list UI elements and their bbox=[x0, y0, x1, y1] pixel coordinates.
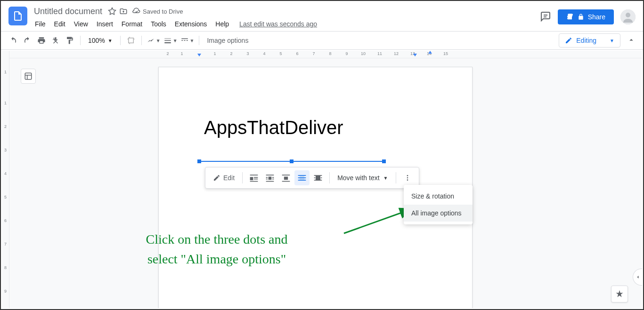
document-heading[interactable]: AppsThatDeliver bbox=[204, 117, 343, 138]
wrap-text-button[interactable] bbox=[262, 170, 277, 185]
save-status-text: Saved to Drive bbox=[143, 8, 183, 15]
menu-extensions[interactable]: Extensions bbox=[171, 18, 211, 30]
border-weight-dropdown[interactable]: ▼ bbox=[163, 36, 179, 45]
svg-rect-1 bbox=[16, 17, 20, 18]
menu-view[interactable]: View bbox=[70, 18, 92, 30]
svg-rect-12 bbox=[181, 39, 188, 40]
image-options-button[interactable]: Image options bbox=[203, 35, 252, 46]
svg-point-45 bbox=[407, 179, 408, 181]
move-folder-icon[interactable] bbox=[119, 7, 128, 16]
svg-rect-8 bbox=[128, 38, 133, 43]
svg-rect-42 bbox=[316, 176, 320, 181]
svg-rect-28 bbox=[266, 179, 268, 180]
resize-handle-right[interactable] bbox=[382, 159, 386, 163]
wrap-inline-button[interactable] bbox=[246, 170, 261, 185]
border-color-dropdown[interactable]: ▼ bbox=[146, 36, 162, 45]
menu-help[interactable]: Help bbox=[212, 18, 233, 30]
svg-rect-40 bbox=[321, 177, 322, 178]
svg-rect-10 bbox=[164, 40, 171, 41]
svg-rect-37 bbox=[298, 180, 306, 181]
svg-rect-32 bbox=[284, 177, 288, 180]
collapse-toolbar-button[interactable] bbox=[625, 34, 637, 48]
share-button[interactable]: Share bbox=[558, 9, 614, 24]
comments-icon[interactable] bbox=[540, 11, 551, 24]
svg-rect-29 bbox=[272, 179, 274, 180]
spellcheck-button[interactable]: A bbox=[49, 34, 62, 47]
svg-rect-24 bbox=[266, 175, 274, 175]
more-options-menu: Size & rotation All image options bbox=[404, 185, 473, 224]
svg-rect-38 bbox=[314, 175, 322, 176]
svg-rect-35 bbox=[298, 175, 306, 176]
border-style-dropdown[interactable]: ▼ bbox=[179, 36, 196, 45]
behind-text-button[interactable] bbox=[294, 170, 310, 185]
side-panel-toggle[interactable] bbox=[633, 269, 642, 286]
svg-rect-22 bbox=[254, 179, 258, 180]
resize-handle-left[interactable] bbox=[197, 159, 201, 163]
editing-mode-dropdown[interactable]: Editing ▼ bbox=[559, 33, 620, 48]
move-with-text-dropdown[interactable]: Move with text ▼ bbox=[334, 172, 391, 183]
resize-handle-mid[interactable] bbox=[290, 159, 293, 163]
svg-rect-15 bbox=[186, 40, 187, 41]
horizontal-ruler: 2 1 1 2 3 4 5 6 7 8 9 10 11 12 13 14 15 bbox=[9, 51, 642, 58]
vertical-ruler: 1 1 2 3 4 5 6 7 8 9 bbox=[2, 51, 9, 308]
save-status: Saved to Drive bbox=[132, 7, 183, 16]
document-title[interactable]: Untitled document bbox=[31, 6, 105, 17]
image-floating-toolbar: Edit Move with text ▼ bbox=[205, 167, 419, 189]
svg-rect-0 bbox=[16, 16, 20, 17]
menu-size-rotation[interactable]: Size & rotation bbox=[404, 188, 473, 205]
menu-insert[interactable]: Insert bbox=[93, 18, 117, 30]
undo-button[interactable] bbox=[7, 34, 20, 47]
edit-image-button[interactable]: Edit bbox=[209, 172, 238, 183]
svg-rect-16 bbox=[25, 73, 32, 79]
paint-format-button[interactable] bbox=[63, 34, 76, 47]
svg-rect-36 bbox=[298, 177, 306, 178]
break-text-button[interactable] bbox=[278, 170, 293, 185]
svg-rect-23 bbox=[250, 181, 258, 182]
svg-rect-21 bbox=[254, 177, 258, 178]
svg-rect-26 bbox=[266, 177, 268, 178]
menu-file[interactable]: File bbox=[31, 18, 49, 30]
svg-text:A: A bbox=[53, 37, 55, 41]
more-options-button[interactable] bbox=[400, 170, 415, 185]
last-edit-link[interactable]: Last edit was seconds ago bbox=[239, 20, 317, 28]
menu-edit[interactable]: Edit bbox=[50, 18, 69, 30]
svg-point-6 bbox=[626, 13, 630, 17]
redo-button[interactable] bbox=[21, 34, 34, 47]
outline-toggle-button[interactable] bbox=[21, 69, 36, 84]
svg-rect-30 bbox=[266, 181, 274, 182]
print-button[interactable] bbox=[35, 34, 48, 47]
crop-button[interactable] bbox=[124, 34, 138, 47]
menu-tools[interactable]: Tools bbox=[147, 18, 170, 30]
svg-rect-9 bbox=[164, 39, 171, 39]
svg-rect-14 bbox=[184, 40, 185, 41]
svg-point-43 bbox=[407, 175, 408, 176]
star-icon[interactable] bbox=[108, 7, 116, 16]
document-page[interactable]: AppsThatDeliver Edit bbox=[158, 67, 473, 308]
svg-rect-27 bbox=[272, 177, 274, 178]
svg-rect-20 bbox=[250, 177, 253, 180]
svg-rect-39 bbox=[314, 177, 316, 178]
svg-rect-19 bbox=[250, 175, 258, 175]
menubar: File Edit View Insert Format Tools Exten… bbox=[31, 18, 540, 30]
explore-button[interactable] bbox=[611, 286, 628, 302]
menu-all-image-options[interactable]: All image options bbox=[404, 205, 473, 222]
svg-rect-25 bbox=[269, 177, 272, 180]
user-avatar[interactable] bbox=[620, 9, 636, 24]
docs-logo[interactable] bbox=[8, 7, 27, 25]
toolbar: A 100%▼ ▼ ▼ ▼ Image options Editing ▼ bbox=[1, 31, 643, 50]
image-selection[interactable] bbox=[199, 161, 384, 162]
svg-rect-11 bbox=[164, 42, 171, 43]
share-label: Share bbox=[588, 13, 605, 21]
menu-format[interactable]: Format bbox=[118, 18, 146, 30]
front-text-button[interactable] bbox=[310, 170, 326, 185]
svg-rect-31 bbox=[282, 175, 290, 175]
svg-rect-13 bbox=[181, 40, 183, 41]
svg-rect-33 bbox=[282, 181, 290, 182]
zoom-dropdown[interactable]: 100%▼ bbox=[84, 35, 116, 46]
svg-point-44 bbox=[407, 177, 408, 179]
